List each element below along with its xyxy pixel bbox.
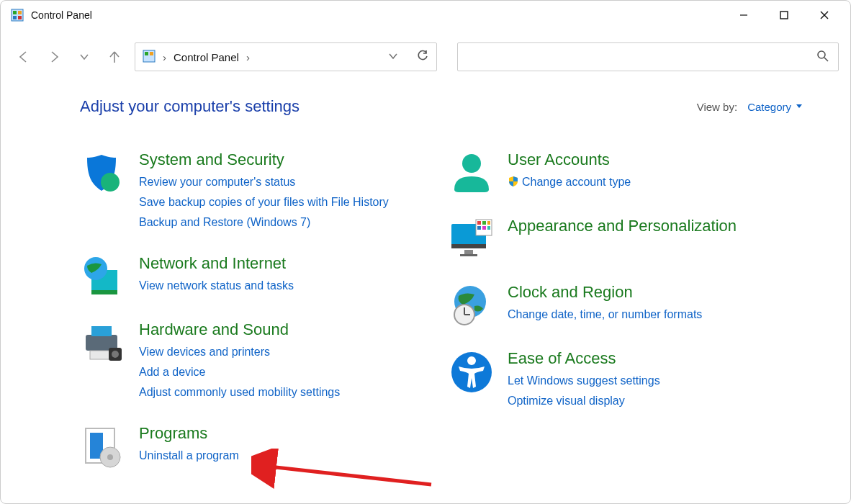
clock-globe-icon — [449, 283, 495, 329]
svg-rect-19 — [91, 326, 112, 336]
svg-rect-33 — [477, 221, 481, 225]
svg-rect-4 — [18, 16, 22, 19]
svg-rect-10 — [145, 52, 148, 55]
svg-rect-38 — [487, 226, 490, 230]
svg-point-12 — [818, 51, 825, 58]
up-button[interactable] — [107, 50, 122, 64]
svg-point-14 — [101, 173, 120, 192]
titlebar: Control Panel — [1, 1, 850, 30]
link-uninstall-program[interactable]: Uninstall a program — [139, 447, 434, 464]
forward-button[interactable] — [47, 50, 61, 64]
svg-rect-2 — [18, 11, 22, 14]
link-change-account-type[interactable]: Change account type — [508, 174, 803, 191]
link-devices-printers[interactable]: View devices and printers — [139, 343, 434, 361]
svg-rect-37 — [482, 226, 486, 230]
chevron-right-icon: › — [163, 51, 166, 63]
svg-rect-1 — [13, 11, 17, 14]
svg-point-26 — [107, 454, 113, 460]
link-network-status[interactable]: View network status and tasks — [139, 277, 434, 294]
control-panel-icon — [143, 50, 156, 65]
link-windows-suggest[interactable]: Let Windows suggest settings — [508, 372, 803, 390]
window-title: Control Panel — [31, 9, 92, 21]
monitor-icon — [449, 217, 495, 263]
svg-point-27 — [462, 154, 481, 173]
svg-rect-29 — [451, 244, 486, 248]
refresh-button[interactable] — [416, 50, 429, 65]
viewby-value: Category — [747, 101, 791, 113]
shield-icon — [80, 150, 126, 197]
category-appearance[interactable]: Appearance and Personalization — [508, 217, 803, 235]
category-hardware-sound[interactable]: Hardware and Sound — [139, 320, 434, 339]
minimize-button[interactable] — [724, 1, 764, 30]
svg-rect-35 — [487, 221, 490, 225]
programs-icon — [80, 424, 126, 470]
viewby-label: View by: — [697, 101, 737, 113]
svg-rect-31 — [460, 254, 477, 256]
svg-rect-6 — [780, 12, 788, 19]
globe-icon — [80, 254, 126, 300]
svg-point-22 — [112, 351, 119, 358]
toolbar: › Control Panel › — [1, 30, 850, 84]
page-title: Adjust your computer's settings — [80, 97, 300, 116]
category-user-accounts[interactable]: User Accounts — [508, 150, 803, 169]
category-system-security[interactable]: System and Security — [139, 150, 434, 169]
svg-point-44 — [467, 356, 476, 365]
accessibility-icon — [449, 349, 495, 395]
category-network-internet[interactable]: Network and Internet — [139, 254, 434, 273]
viewby-dropdown[interactable]: Category — [747, 101, 803, 113]
svg-rect-11 — [150, 52, 153, 55]
link-mobility-settings[interactable]: Adjust commonly used mobility settings — [139, 384, 434, 401]
svg-rect-16 — [91, 290, 117, 294]
printer-icon — [80, 320, 126, 366]
link-file-history[interactable]: Save backup copies of your files with Fi… — [139, 194, 434, 211]
link-review-status[interactable]: Review your computer's status — [139, 174, 434, 191]
link-change-date-time[interactable]: Change date, time, or number formats — [508, 306, 803, 323]
close-button[interactable] — [804, 1, 845, 30]
category-ease-of-access[interactable]: Ease of Access — [508, 349, 803, 368]
svg-rect-34 — [482, 221, 486, 225]
svg-rect-30 — [464, 250, 473, 254]
link-backup-restore[interactable]: Backup and Restore (Windows 7) — [139, 214, 434, 231]
category-programs[interactable]: Programs — [139, 424, 434, 443]
uac-shield-icon — [508, 175, 519, 186]
search-input[interactable] — [467, 51, 816, 63]
recent-dropdown[interactable] — [77, 50, 91, 64]
chevron-right-icon: › — [246, 51, 250, 63]
back-button[interactable] — [17, 50, 31, 64]
search-bar[interactable] — [457, 42, 839, 71]
svg-line-13 — [824, 58, 828, 61]
link-add-device[interactable]: Add a device — [139, 364, 434, 381]
breadcrumb-item[interactable]: Control Panel — [174, 51, 239, 63]
address-bar[interactable]: › Control Panel › — [135, 42, 437, 71]
link-optimize-display[interactable]: Optimize visual display — [508, 392, 803, 410]
svg-rect-36 — [477, 226, 481, 230]
maximize-button[interactable] — [764, 1, 804, 30]
category-clock-region[interactable]: Clock and Region — [508, 283, 803, 302]
svg-rect-3 — [13, 16, 17, 19]
user-icon — [449, 150, 495, 197]
address-dropdown-icon[interactable] — [387, 50, 399, 64]
search-icon[interactable] — [816, 50, 829, 65]
control-panel-icon — [11, 9, 24, 22]
